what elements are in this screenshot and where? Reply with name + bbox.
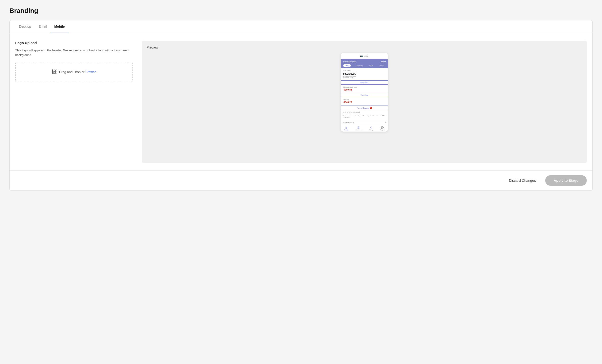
preview-total-sales-section: Total sales $6,270.00 Net sales: $5,661.… [341,68,388,80]
preview-nav-authorize[interactable]: 🏛 Authorize.net [355,126,362,131]
preview-settings-label: Settings [369,129,374,131]
preview-view-sales[interactable]: View Sales [341,81,388,84]
preview-tab-yesterday[interactable]: Yesterday [354,64,364,67]
tab-desktop[interactable]: Desktop [15,21,35,33]
preview-adjustments-value: -$260.58 [343,88,386,91]
preview-to-be-deposited: To be deposited ℹ [341,120,388,125]
discard-button[interactable]: Discard Changes [505,176,540,185]
preview-adjustments-label: Adjustments & fees [343,86,386,88]
preview-settings-icon: ⚙ [370,126,372,129]
logo-upload-title: Logo Upload [15,41,133,45]
upload-zone[interactable]: 🖼 Drag and Drop or Browse [15,62,133,82]
mobile-preview: 📷 Logo Transactions .0004 Today Yesterda… [341,53,388,132]
card-footer: Discard Changes Apply to Stage [10,170,592,191]
preview-transactions-header: Transactions .0004 [341,59,388,64]
preview-transaction-id: .0004 [381,61,386,63]
tabs-bar: Desktop Email Mobile [10,21,592,33]
preview-disputes-label: Disputes [343,99,386,101]
tab-mobile[interactable]: Mobile [50,21,68,33]
preview-support-icon: 💬 [381,126,384,129]
preview-dash [343,114,346,114]
preview-deposit-note: There are no deposits today yet. Next de… [343,115,386,119]
preview-info-icon: ℹ [385,121,386,124]
preview-activity-label: Activity [344,129,348,131]
preview-authorize-label: Authorize.net [355,129,362,131]
preview-total-sales-value: $6,270.00 [343,72,386,75]
left-panel: Logo Upload This logo will appear in the… [15,41,133,163]
preview-bottom-nav: ⊞ Activity 🏛 Authorize.net ⚙ Settings 💬 … [341,125,388,132]
card-body: Logo Upload This logo will appear in the… [10,33,592,170]
preview-view-fees[interactable]: View Fees [341,93,388,97]
preview-panel: Preview 📷 Logo Transactions .0004 Today … [142,41,587,163]
branding-card: Desktop Email Mobile Logo Upload This lo… [9,20,593,191]
preview-disputes-badge: 3 [370,107,372,109]
preview-authorize-icon: 🏛 [357,126,360,129]
tab-email[interactable]: Email [35,21,50,33]
preview-date-tabs: Today Yesterday Week Month [341,64,388,68]
preview-to-dep-label: To be deposited [343,122,354,123]
preview-transactions-label: Transactions [343,61,356,63]
preview-tab-month[interactable]: Month [378,64,385,67]
preview-total-deposited: Total deposited amount There are no depo… [341,110,388,120]
page-title: Branding [9,7,593,15]
preview-deposited: Deposited: $0.00 [343,77,386,78]
preview-nav-activity[interactable]: ⊞ Activity [344,126,348,131]
logo-upload-desc: This logo will appear in the header. We … [15,48,133,57]
preview-activity-icon: ⊞ [345,126,347,129]
browse-link[interactable]: Browse [86,70,97,74]
preview-nav-support[interactable]: 💬 Support [380,126,385,131]
preview-tab-today[interactable]: Today [343,64,351,67]
preview-view-all-disputes[interactable]: View All Disputes [357,107,369,109]
preview-disputes-section: Disputes -$348.22 [341,97,388,106]
preview-total-dep-label: Total deposited amount [343,111,386,113]
preview-adjustments-section: Adjustments & fees -$260.58 [341,85,388,93]
apply-to-stage-button[interactable]: Apply to Stage [545,175,587,186]
preview-label: Preview [147,45,582,49]
preview-logo-icon: 📷 [360,55,363,57]
preview-total-sales-label: Total sales [343,70,386,72]
preview-disputes-value: -$348.22 [343,101,386,104]
preview-logo-bar: 📷 Logo [341,53,388,59]
preview-tab-week[interactable]: Week [368,64,375,67]
image-icon: 🖼 [52,69,57,75]
upload-drag-text: Drag and Drop or Browse [59,70,97,74]
preview-logo-text: Logo [364,55,368,57]
preview-nav-settings[interactable]: ⚙ Settings [369,126,374,131]
preview-support-label: Support [380,129,385,131]
